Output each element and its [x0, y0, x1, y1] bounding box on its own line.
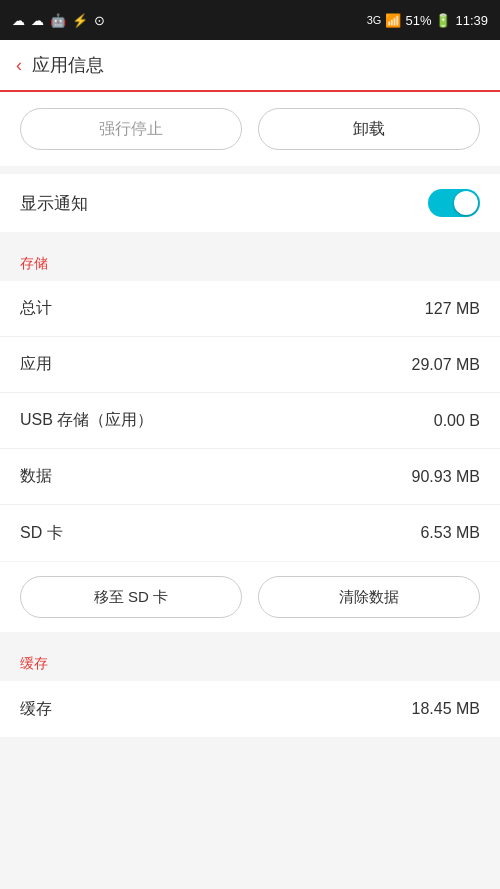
storage-action-buttons-row: 移至 SD 卡 清除数据 — [0, 562, 500, 632]
uninstall-button[interactable]: 卸载 — [258, 108, 480, 150]
cache-info-section: 缓存 18.45 MB — [0, 681, 500, 737]
battery-percent: 51% — [405, 13, 431, 28]
sd-value: 6.53 MB — [420, 524, 480, 542]
storage-section-title: 存储 — [20, 255, 48, 271]
battery-icon: 🔋 — [435, 13, 451, 28]
force-stop-button[interactable]: 强行停止 — [20, 108, 242, 150]
data-value: 90.93 MB — [412, 468, 480, 486]
notification-row: 显示通知 — [0, 174, 500, 232]
clear-data-button[interactable]: 清除数据 — [258, 576, 480, 618]
table-row: 缓存 18.45 MB — [0, 681, 500, 737]
cache-label: 缓存 — [20, 699, 52, 720]
table-row: 应用 29.07 MB — [0, 337, 500, 393]
move-to-sd-button[interactable]: 移至 SD 卡 — [20, 576, 242, 618]
notification-label: 显示通知 — [20, 192, 88, 215]
cache-section: 缓存 缓存 18.45 MB — [0, 640, 500, 737]
table-row: USB 存储（应用） 0.00 B — [0, 393, 500, 449]
usb-storage-value: 0.00 B — [434, 412, 480, 430]
total-label: 总计 — [20, 298, 52, 319]
status-left-icons: ☁ ☁ 🤖 ⚡ ⊙ — [12, 13, 105, 28]
data-label: 数据 — [20, 466, 52, 487]
storage-info-section: 总计 127 MB 应用 29.07 MB USB 存储（应用） 0.00 B … — [0, 281, 500, 561]
header: ‹ 应用信息 — [0, 40, 500, 92]
android-icon: 🤖 — [50, 13, 66, 28]
cache-value: 18.45 MB — [412, 700, 480, 718]
sd-label: SD 卡 — [20, 523, 63, 544]
cache-section-title: 缓存 — [20, 655, 48, 671]
content-area: 强行停止 卸载 显示通知 存储 总计 127 MB 应用 29.07 MB US… — [0, 92, 500, 889]
table-row: SD 卡 6.53 MB — [0, 505, 500, 561]
table-row: 数据 90.93 MB — [0, 449, 500, 505]
cloud2-icon: ☁ — [31, 13, 44, 28]
table-row: 总计 127 MB — [0, 281, 500, 337]
app-value: 29.07 MB — [412, 356, 480, 374]
cache-section-header: 缓存 — [0, 640, 500, 681]
total-value: 127 MB — [425, 300, 480, 318]
usb-storage-label: USB 存储（应用） — [20, 410, 153, 431]
network-label: 3G — [367, 14, 382, 26]
alert-icon: ⊙ — [94, 13, 105, 28]
time-display: 11:39 — [455, 13, 488, 28]
status-bar: ☁ ☁ 🤖 ⚡ ⊙ 3G 📶 51% 🔋 11:39 — [0, 0, 500, 40]
action-buttons-row: 强行停止 卸载 — [0, 92, 500, 166]
cloud-icon: ☁ — [12, 13, 25, 28]
signal-bars: 📶 — [385, 13, 401, 28]
app-label: 应用 — [20, 354, 52, 375]
notification-toggle[interactable] — [428, 189, 480, 217]
usb-icon: ⚡ — [72, 13, 88, 28]
page-title: 应用信息 — [32, 53, 104, 77]
storage-section-header: 存储 — [0, 240, 500, 281]
toggle-knob — [454, 191, 478, 215]
status-right-icons: 3G 📶 51% 🔋 11:39 — [367, 13, 488, 28]
back-button[interactable]: ‹ — [16, 55, 22, 76]
